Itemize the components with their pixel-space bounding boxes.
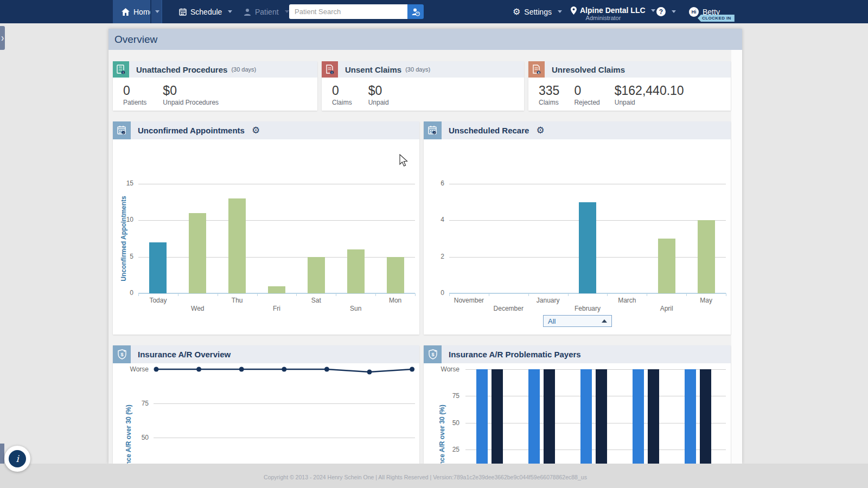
bar-fri[interactable] bbox=[268, 286, 285, 293]
svg-text:!: ! bbox=[331, 70, 333, 74]
stat-label: Unpaid bbox=[615, 99, 684, 106]
stat-value: $162,440.10 bbox=[615, 84, 684, 98]
gridline bbox=[138, 220, 415, 221]
svg-text:!: ! bbox=[123, 70, 124, 74]
chart-title: Unscheduled Recare bbox=[449, 126, 529, 135]
bar-april[interactable] bbox=[658, 239, 675, 293]
svg-text:01: 01 bbox=[119, 66, 122, 69]
axis-tick bbox=[138, 293, 139, 296]
axis-tick bbox=[336, 293, 336, 296]
card-unresolved-claims: x Unresolved Claims 335Claims 0Rejected … bbox=[528, 61, 731, 111]
info-fab-button[interactable]: i bbox=[4, 446, 30, 472]
payer-series-2-bar[interactable] bbox=[544, 369, 555, 464]
card-unsent-claims: ! Unsent Claims (30 days) 0Claims $0Unpa… bbox=[322, 61, 524, 111]
stat-label: Claims bbox=[332, 99, 352, 106]
stat-label: Rejected bbox=[574, 99, 599, 106]
card-period: (30 days) bbox=[231, 66, 256, 73]
patient-search-input[interactable] bbox=[289, 4, 407, 19]
bar-sat[interactable] bbox=[308, 257, 325, 293]
stat: 0Rejected bbox=[574, 84, 599, 106]
left-panel-expander[interactable]: ❯ bbox=[0, 26, 5, 50]
card-stats: 0Patients $0Unpaid Procedures bbox=[113, 78, 317, 106]
nav-help[interactable]: ? bbox=[650, 0, 682, 23]
nav-settings-label: Settings bbox=[524, 8, 552, 16]
x-category-label: May bbox=[685, 297, 728, 304]
axis-tick bbox=[375, 293, 376, 296]
payer-series-1-bar[interactable] bbox=[633, 369, 644, 464]
payer-series-2-bar[interactable] bbox=[596, 369, 607, 464]
gear-icon: ⚙ bbox=[513, 8, 520, 16]
bar-sun[interactable] bbox=[347, 249, 365, 293]
payer-series-2-bar[interactable] bbox=[648, 369, 659, 464]
x-category-label: Wed bbox=[176, 305, 219, 312]
chevron-down-icon bbox=[672, 10, 676, 13]
shield-dollar-icon: $ bbox=[424, 345, 442, 363]
unsent-claims-icon: ! bbox=[322, 61, 338, 78]
x-category-label: April bbox=[645, 305, 688, 312]
card-header: 01! Unattached Procedures (30 days) bbox=[113, 61, 317, 78]
x-category-label: Sat bbox=[295, 297, 338, 304]
payer-series-2-bar[interactable] bbox=[700, 369, 711, 464]
x-category-label: Thu bbox=[215, 297, 259, 304]
x-category-label: December bbox=[487, 305, 530, 312]
axis-tick bbox=[415, 293, 416, 296]
nav-patient-label: Patient bbox=[255, 8, 279, 16]
bar-today[interactable] bbox=[149, 242, 167, 293]
recare-provider-dropdown[interactable]: All bbox=[543, 315, 612, 327]
nav-home-menu-toggle[interactable] bbox=[150, 0, 161, 23]
nav-schedule[interactable]: Schedule bbox=[173, 0, 239, 23]
card-insurance-ar-overview: $ Insurance A/R Overview Worse7550Insura… bbox=[113, 345, 419, 464]
user-role-label: Administrator bbox=[573, 15, 633, 21]
page-title: Overview bbox=[114, 34, 157, 46]
dashboard-screen: Home Schedule Patient ⚙ Settings bbox=[0, 0, 868, 488]
patient-search-button[interactable] bbox=[407, 4, 424, 19]
axis-tick bbox=[726, 293, 726, 296]
payer-series-1-bar[interactable] bbox=[476, 369, 488, 464]
stat: $0Unpaid Procedures bbox=[163, 84, 219, 106]
y-tick-label: 75 bbox=[432, 392, 459, 400]
card-header: ✓ Unscheduled Recare ⚙ bbox=[424, 121, 731, 139]
calendar-widget-icon: ✓ bbox=[424, 121, 442, 139]
chart-title: Insurance A/R Overview bbox=[138, 350, 231, 359]
y-tick-label: 6 bbox=[428, 179, 444, 187]
stat-value: $0 bbox=[163, 84, 219, 98]
stat-label: Claims bbox=[539, 99, 559, 106]
payer-series-2-bar[interactable] bbox=[492, 369, 503, 464]
y-tick-label: 0 bbox=[428, 289, 444, 297]
axis-tick bbox=[528, 293, 529, 296]
y-tick-label: 50 bbox=[432, 419, 459, 427]
chart-settings-gear-icon[interactable]: ⚙ bbox=[252, 126, 260, 135]
card-title: Unsent Claims bbox=[345, 65, 401, 74]
y-tick-label: 4 bbox=[428, 216, 444, 223]
card-unattached-procedures: 01! Unattached Procedures (30 days) 0Pat… bbox=[113, 61, 317, 111]
bar-february[interactable] bbox=[579, 202, 596, 293]
svg-text:✓: ✓ bbox=[433, 131, 436, 134]
svg-text:x: x bbox=[538, 70, 540, 74]
nav-settings[interactable]: ⚙ Settings bbox=[506, 0, 569, 23]
gridline bbox=[138, 257, 415, 258]
x-category-label: Mon bbox=[374, 297, 417, 304]
payer-series-1-bar[interactable] bbox=[580, 369, 592, 464]
payer-series-1-bar[interactable] bbox=[528, 369, 540, 464]
payer-series-1-bar[interactable] bbox=[685, 369, 696, 464]
chart-settings-gear-icon[interactable]: ⚙ bbox=[536, 126, 544, 135]
axis-tick bbox=[449, 293, 450, 296]
nav-location-label: Alpine Dental LLC bbox=[580, 6, 646, 15]
footer: Copyright © 2013 - 2024 Henry Schein One… bbox=[0, 464, 868, 488]
card-header: x Unresolved Claims bbox=[528, 61, 731, 78]
x-category-label: November bbox=[447, 297, 490, 304]
bar-mon[interactable] bbox=[387, 257, 404, 293]
scrollbar-track[interactable] bbox=[731, 50, 742, 464]
nav-patient-disabled[interactable]: Patient bbox=[237, 0, 296, 23]
help-icon: ? bbox=[656, 7, 666, 16]
card-insurance-ar-problematic-payers: $ Insurance A/R Problematic Payers Worse… bbox=[424, 345, 731, 464]
chart-title: Unconfirmed Appointments bbox=[138, 126, 245, 135]
bar-may[interactable] bbox=[698, 220, 715, 293]
card-stats: 335Claims 0Rejected $162,440.10Unpaid bbox=[528, 78, 731, 106]
bar-wed[interactable] bbox=[189, 213, 206, 293]
bar-thu[interactable] bbox=[228, 198, 246, 293]
stat-value: $0 bbox=[368, 84, 389, 98]
info-icon: i bbox=[9, 450, 26, 467]
x-category-label: Sun bbox=[334, 305, 378, 312]
person-clock-icon bbox=[411, 8, 420, 16]
